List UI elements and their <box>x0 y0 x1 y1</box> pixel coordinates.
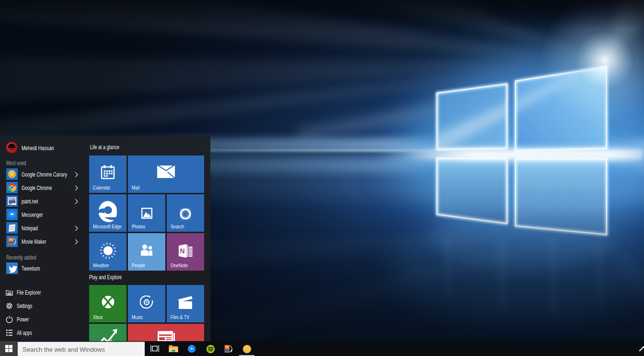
svg-text:N: N <box>180 247 184 255</box>
